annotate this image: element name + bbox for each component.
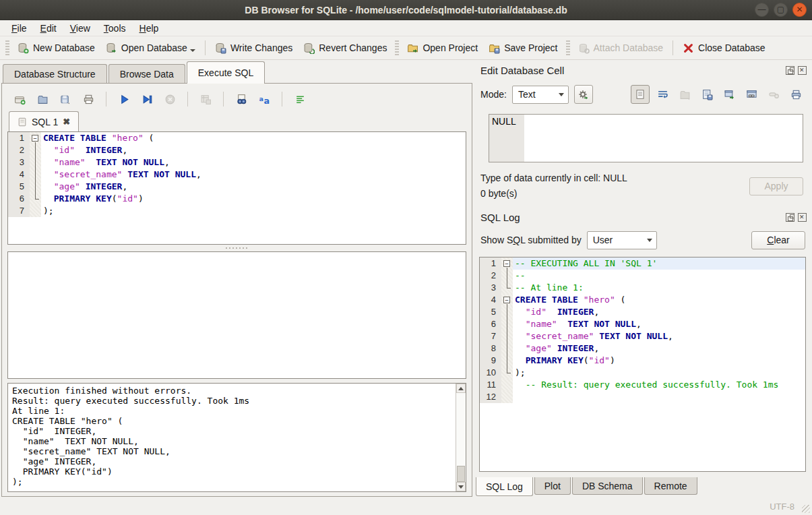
sql-log-dock-header: SQL Log [474,210,812,224]
menu-bar: File Edit View Tools Help [0,20,812,36]
scroll-down-icon[interactable] [456,482,466,491]
word-wrap-button[interactable] [653,85,672,104]
cell-editor[interactable]: NULL [489,114,803,162]
format-icon[interactable]: aa [257,92,271,106]
import-cell-icon [679,89,691,100]
message-scrollbar[interactable] [456,384,466,491]
scroll-thumb[interactable] [457,466,465,482]
sql-log-filter-row: Show SQL submitted by User Clear [474,229,812,251]
close-sql-tab-icon[interactable]: ✖ [63,117,70,127]
cell-mode-row: Mode: Text [474,83,812,106]
sql-doc-tab[interactable]: SQL 1 ✖ [9,111,79,131]
line-number: 2 [480,270,501,282]
menu-file[interactable]: File [5,22,33,35]
sql-toolbar: aa [7,88,466,111]
auto-switch-button[interactable] [574,85,593,104]
execute-icon[interactable] [117,92,131,106]
resize-grip-icon[interactable] [802,505,810,513]
menu-edit[interactable]: Edit [34,22,63,35]
save-project-button[interactable]: Save Project [483,40,563,57]
mode-select[interactable]: Text [512,86,569,104]
open-file-icon[interactable] [36,92,49,106]
main-tab-bar: Database Structure Browse Data Execute S… [0,61,474,83]
minimize-icon[interactable]: — [755,3,769,17]
results-grid[interactable] [7,251,466,379]
database-close-icon [683,42,694,54]
sql-doc-icon [18,117,27,127]
sql-log-view[interactable]: 1−-- EXECUTING ALL IN 'SQL 1'2--3-- At l… [479,257,806,472]
encoding-label: UTF-8 [770,502,794,512]
new-database-button[interactable]: New Database [12,40,100,57]
sql-editor[interactable]: 1−CREATE TABLE "hero" (2 "id" INTEGER,3 … [7,131,466,245]
code-line: 5 "id" INTEGER, [480,306,805,318]
save-cell-button[interactable] [697,85,716,104]
close-database-button[interactable]: Close Database [677,40,771,57]
tab-remote[interactable]: Remote [644,477,697,495]
save-file-icon[interactable] [59,92,72,106]
database-open-icon [106,42,117,54]
open-database-button[interactable]: Open Database [100,40,201,57]
print-icon[interactable] [82,92,95,106]
line-number: 5 [8,181,30,193]
line-number: 12 [480,391,501,403]
fold-marker-icon[interactable]: − [501,294,513,306]
fold-margin [501,282,513,294]
attach-database-button: Attach Database [573,40,669,57]
code-line: 4 "secret_name" TEXT NOT NULL, [8,169,466,181]
splitter-handle[interactable] [7,245,466,251]
tab-sql-log[interactable]: SQL Log [476,477,533,496]
sql-doc-tab-bar: SQL 1 ✖ [7,111,466,131]
close-dock-icon[interactable] [798,213,807,222]
write-changes-button[interactable]: Write Changes [210,40,298,57]
export-results-icon [199,92,212,106]
float-dock-icon[interactable] [786,66,794,75]
execute-sql-pane: Database Structure Browse Data Execute S… [0,60,474,497]
code-line: 3 "name" TEXT NOT NULL, [8,156,466,169]
toolbar-separator [187,92,188,107]
save-cell-icon [701,89,713,100]
dock-tab-bar: SQL Log Plot DB Schema Remote [474,477,812,497]
fold-marker-icon[interactable]: − [501,258,513,270]
tab-db-schema[interactable]: DB Schema [572,477,643,495]
close-dock-icon[interactable] [798,66,807,75]
revert-changes-button[interactable]: Revert Changes [298,40,392,57]
float-dock-icon[interactable] [786,213,794,222]
execution-message-pane[interactable]: Execution finished without errors. Resul… [7,383,466,492]
cell-value: NULL [489,115,516,127]
tab-plot[interactable]: Plot [534,477,571,495]
menu-tools[interactable]: Tools [98,22,132,35]
database-write-icon [215,42,226,54]
scroll-up-icon[interactable] [456,384,466,393]
menu-view[interactable]: View [64,22,96,35]
execute-line-icon[interactable] [140,92,154,106]
set-null-button [764,85,783,104]
export-cell-button[interactable] [720,85,739,104]
find-icon[interactable] [235,92,248,106]
line-number: 3 [480,282,501,294]
tab-database-structure[interactable]: Database Structure [3,64,107,83]
open-database-dropdown-icon[interactable] [190,49,195,52]
open-project-button[interactable]: Open Project [402,40,483,57]
text-doc-icon [635,89,646,100]
print-cell-button[interactable] [786,85,805,104]
copy-link-button[interactable] [742,85,761,104]
apply-button: Apply [749,177,803,195]
fold-margin [30,181,41,193]
text-mode-button[interactable] [631,85,650,104]
indent-icon[interactable] [293,92,307,106]
code-line: 1−-- EXECUTING ALL IN 'SQL 1' [480,258,805,270]
export-cell-icon [724,89,735,100]
svg-text:a: a [263,95,270,104]
mode-label: Mode: [480,89,507,100]
tab-execute-sql[interactable]: Execute SQL [187,61,266,83]
fold-margin [501,355,513,367]
close-icon[interactable]: ✕ [792,3,807,17]
new-tab-icon[interactable] [13,92,26,106]
tab-browse-data[interactable]: Browse Data [108,64,185,83]
menu-help[interactable]: Help [133,22,165,35]
database-revert-icon [303,42,315,54]
clear-button[interactable]: Clear [751,231,805,249]
fold-marker-icon[interactable]: − [30,132,41,144]
maximize-icon[interactable]: ▢ [774,3,788,17]
submitted-by-select[interactable]: User [587,231,657,249]
